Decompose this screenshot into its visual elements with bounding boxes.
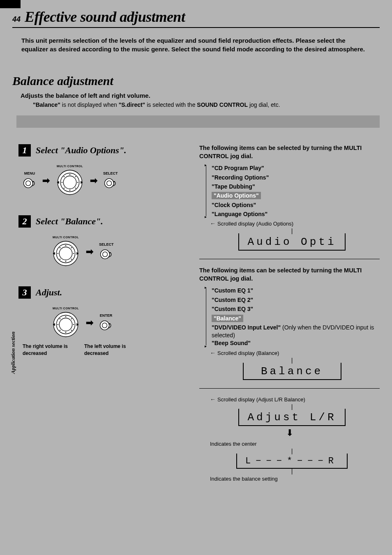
svg-point-10 [69, 190, 70, 191]
svg-point-45 [60, 318, 60, 319]
option-language: "Language Options" [212, 210, 380, 219]
svg-point-13 [64, 176, 65, 177]
divider [199, 259, 380, 259]
left-volume-note: The left volume is decreased [84, 343, 134, 357]
page-number: 44 [12, 15, 21, 24]
step-3-diagram: MULTI CONTROL [18, 307, 187, 339]
enter-knob-icon [99, 318, 113, 332]
svg-point-39 [71, 318, 72, 319]
svg-point-9 [75, 188, 76, 189]
menu-knob-icon [23, 176, 37, 190]
select-knob-icon [99, 247, 113, 261]
svg-point-44 [58, 324, 58, 325]
step-3-header: 3 Adjust. [18, 286, 187, 299]
r3-scroll-note: ←Scrolled display (Adjust L/R Balance) [199, 396, 380, 403]
r1-options: ▸ ▸ "CD Program Play" "Recording Options… [199, 164, 380, 219]
option-dvd-video: "DVD/VIDEO Input Level" (Only when the D… [212, 323, 380, 339]
svg-point-7 [75, 176, 76, 177]
loop-arrow-up-icon: ▸ [205, 286, 207, 290]
multi-control-dial-icon [55, 168, 84, 197]
svg-point-25 [71, 259, 72, 260]
left-arrow-icon: ← [210, 350, 216, 356]
intro-text: This unit permits selection of the level… [12, 36, 380, 53]
svg-point-23 [71, 247, 72, 248]
option-cd-program: "CD Program Play" [212, 164, 380, 173]
divider [199, 388, 380, 389]
step-2-diagram: MULTI CONTROL [18, 236, 187, 268]
step-1-title: Select "Audio Options". [36, 145, 127, 156]
section-desc: Adjusts the balance of left and right vo… [0, 92, 392, 99]
svg-point-27 [60, 259, 60, 260]
step-1-diagram: MENU ➡ MULTI CONTROL [18, 165, 187, 197]
arrow-right-icon: ➡ [86, 246, 93, 257]
indicates-setting: Indicates the balance setting [199, 476, 380, 482]
option-recording: "Recording Options" [212, 173, 380, 182]
note-sdirect: "S.direct" [119, 101, 145, 108]
option-clock: "Clock Options" [212, 200, 380, 210]
label-multi-control: MULTI CONTROL [53, 236, 79, 239]
label-select: SELECT [99, 242, 114, 246]
left-arrow-icon: ← [210, 396, 216, 403]
divider-bar [16, 115, 380, 128]
step-1-number: 1 [18, 144, 31, 157]
option-beep: "Beep Sound" [212, 339, 380, 348]
option-balance: "Balance" [212, 314, 243, 323]
r2-intro: The following items can be selected by t… [199, 267, 380, 283]
down-arrow-icon: ⬇ [199, 428, 380, 438]
multi-control-dial-icon [51, 310, 80, 339]
step-3-number: 3 [18, 286, 31, 299]
svg-point-22 [65, 245, 66, 246]
svg-point-33 [102, 252, 107, 257]
svg-point-11 [64, 188, 65, 189]
label-menu: MENU [24, 171, 35, 175]
section-note: "Balance" is not displayed when "S.direc… [0, 101, 392, 108]
arrow-right-icon: ➡ [90, 175, 97, 186]
svg-point-5 [63, 176, 76, 189]
loop-arrow-down-icon: ▸ [205, 215, 207, 219]
svg-point-12 [62, 182, 62, 183]
label-enter: ENTER [100, 313, 113, 318]
r1-intro: The following items can be selected by t… [199, 144, 380, 160]
arrow-right-icon: ➡ [86, 318, 93, 328]
r2-options: ▸ ▸ "Custom EQ 1" "Custom EQ 2" "Custom … [199, 286, 380, 348]
section-title: Balance adjustment [0, 74, 392, 88]
left-arrow-icon: ← [210, 220, 216, 227]
svg-point-41 [71, 330, 72, 331]
option-eq3: "Custom EQ 3" [212, 304, 380, 313]
svg-point-29 [60, 247, 60, 248]
svg-point-6 [69, 174, 70, 175]
label-select: SELECT [103, 171, 118, 175]
svg-point-21 [59, 247, 72, 260]
r3-lcd-adjust: | Adjust L/R [204, 405, 380, 426]
svg-point-28 [58, 253, 58, 254]
option-audio-options: "Audio Options" [212, 191, 261, 200]
svg-point-26 [65, 261, 66, 262]
step-2-title: Select "Balance". [36, 216, 103, 227]
svg-point-8 [77, 182, 78, 183]
r1-scroll-note: ←Scrolled display (Audio Options) [199, 220, 380, 227]
option-eq2: "Custom EQ 2" [212, 295, 380, 304]
loop-arrow-down-icon: ▸ [205, 344, 207, 348]
page-corner-bar [0, 0, 21, 8]
option-tape-dubbing: "Tape Dubbing" [212, 182, 380, 191]
step-1-header: 1 Select "Audio Options". [18, 144, 187, 157]
label-multi-control: MULTI CONTROL [57, 165, 83, 168]
svg-point-1 [26, 181, 31, 186]
svg-point-17 [106, 181, 111, 186]
option-eq1: "Custom EQ 1" [212, 286, 380, 295]
loop-arrow-up-icon: ▸ [205, 163, 207, 167]
svg-point-38 [65, 316, 66, 317]
right-volume-note: The right volume is decreased [23, 343, 72, 357]
svg-point-43 [60, 330, 60, 331]
svg-point-42 [65, 332, 66, 333]
step-2-header: 2 Select "Balance". [18, 215, 187, 228]
page-title: Effective sound adjustment [25, 8, 185, 25]
side-label: Application section [10, 332, 16, 374]
note-sound-control: SOUND CONTROL [197, 101, 248, 108]
multi-control-dial-icon [51, 239, 80, 268]
r2-lcd: | Balance [204, 359, 380, 380]
label-multi-control: MULTI CONTROL [53, 307, 79, 310]
step-2-number: 2 [18, 215, 31, 228]
svg-point-40 [73, 324, 74, 325]
arrow-right-icon: ➡ [42, 175, 50, 186]
